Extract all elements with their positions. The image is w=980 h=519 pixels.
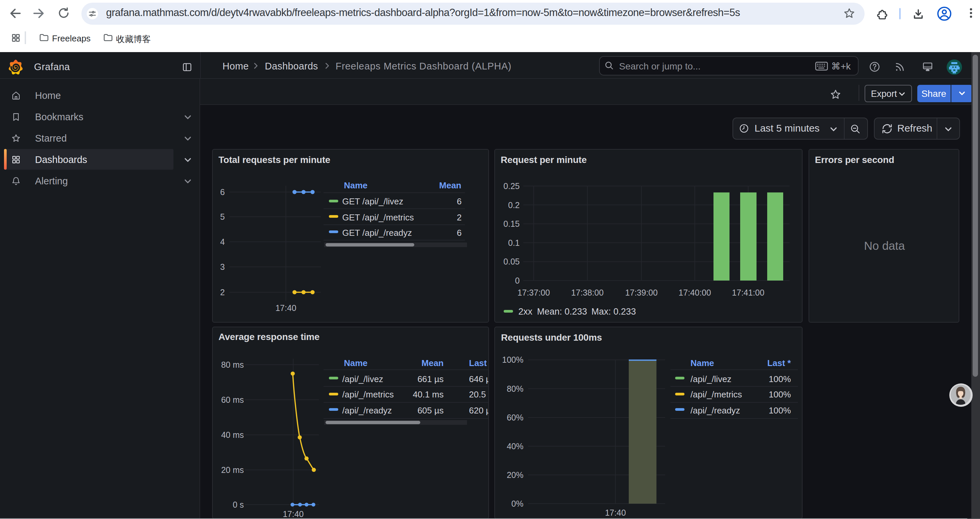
svg-text:0.2: 0.2 [508,200,519,210]
svg-text:17:41:00: 17:41:00 [732,288,764,297]
svg-text:0: 0 [515,276,519,285]
svg-text:4: 4 [220,237,224,246]
svg-text:2: 2 [220,287,224,297]
svg-text:20%: 20% [507,470,523,480]
svg-text:60 ms: 60 ms [221,395,243,404]
svg-text:40%: 40% [507,442,523,451]
svg-text:17:40: 17:40 [275,303,296,313]
svg-text:6: 6 [220,187,224,197]
svg-text:17:40: 17:40 [605,508,626,517]
svg-text:20 ms: 20 ms [221,465,243,474]
svg-text:17:40:00: 17:40:00 [678,288,711,297]
svg-text:100%: 100% [502,355,523,364]
svg-text:5: 5 [220,212,224,222]
svg-text:17:39:00: 17:39:00 [625,288,657,297]
svg-text:0 s: 0 s [232,500,243,509]
svg-text:0.05: 0.05 [503,257,519,266]
svg-text:80 ms: 80 ms [221,360,243,369]
svg-text:0.25: 0.25 [503,181,519,191]
svg-text:40 ms: 40 ms [221,430,243,439]
svg-text:17:38:00: 17:38:00 [571,288,603,297]
svg-text:60%: 60% [507,413,523,422]
svg-text:3: 3 [220,262,224,271]
svg-text:17:40: 17:40 [283,509,304,518]
svg-text:17:37:00: 17:37:00 [517,288,549,297]
svg-text:0.1: 0.1 [508,238,519,248]
svg-text:80%: 80% [507,384,523,393]
svg-text:0.15: 0.15 [503,219,519,228]
svg-text:0%: 0% [511,499,523,508]
